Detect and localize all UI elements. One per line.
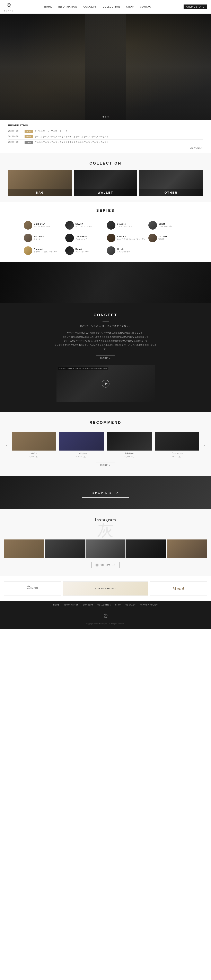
carousel-next[interactable]: › xyxy=(201,441,207,450)
svg-point-6 xyxy=(98,564,98,565)
instagram-item-3[interactable] xyxy=(86,539,125,558)
recommend-more-button[interactable]: MORE > xyxy=(96,462,115,468)
series-item-kunst[interactable]: Kunst チュニックレザー xyxy=(65,245,104,256)
footer-nav-privacy[interactable]: PRIVACY POLICY xyxy=(140,604,158,606)
hero-dot-3[interactable] xyxy=(107,116,109,118)
view-all-link[interactable]: VIEW ALL > xyxy=(8,147,203,149)
claudio-name: Claudio xyxy=(117,223,146,225)
concept-video[interactable]: SONNE 2017AW STARK BUSINESS & CASUAL BAG xyxy=(56,365,155,402)
bag-label: BAG xyxy=(8,189,72,196)
series-item-stark[interactable]: STARK チュニックフィッター xyxy=(65,220,104,231)
collection-wallet[interactable]: WALLET xyxy=(74,170,137,196)
footer-logo-icon xyxy=(102,612,110,620)
hero-dot-2[interactable] xyxy=(105,116,106,118)
svg-marker-3 xyxy=(105,382,108,385)
claudio-desc: エイジンググレイン xyxy=(117,226,146,228)
logo-icon xyxy=(5,2,13,10)
footer-nav: HOME INFORMATION CONCEPT COLLECTION SHOP… xyxy=(0,601,211,609)
collection-title: COLLECTION xyxy=(8,161,203,165)
tatami-name: TATAMI xyxy=(158,235,187,238)
instagram-item-4[interactable] xyxy=(126,539,166,558)
carousel-price-3: ¥12,000（税） xyxy=(107,455,152,458)
instagram-kanji: 灰 xyxy=(4,519,207,541)
recommend-carousel: ‹ 名刺入れ ¥4,000（税） 二つ折り財布 ¥12,000（税） 薄手長財布… xyxy=(4,432,207,458)
instagram-item-5[interactable] xyxy=(167,539,207,558)
svg-marker-1 xyxy=(7,2,10,6)
chip-name: Chip Star xyxy=(34,223,63,225)
series-item-miroir[interactable]: Miroir ステンシルレザー xyxy=(107,245,146,256)
carousel-item-2[interactable]: 二つ折り財布 ¥12,000（税） xyxy=(59,432,104,458)
info-row-1: 2020.04.08 NEWS サイトをリニューアル致しました！ xyxy=(8,129,203,134)
shoplist-button[interactable]: SHOP LIST > xyxy=(82,488,129,498)
nav-shop[interactable]: SHOP xyxy=(126,6,134,8)
info-date-1: 2020.04.08 xyxy=(8,130,22,132)
header: SONNE HOME INFORMATION CONCEPT COLLECTIO… xyxy=(0,0,211,14)
series-item-schaf[interactable]: Schaf ビジネスバッグ等... xyxy=(149,220,187,231)
hero-dot-1[interactable] xyxy=(102,116,104,118)
collection-other[interactable]: OTHER xyxy=(139,170,203,196)
series-item-chip[interactable]: Chip Star チップスターボルネス xyxy=(24,220,63,231)
recommend-section: RECOMMEND ‹ 名刺入れ ¥4,000（税） 二つ折り財布 ¥12,00… xyxy=(0,412,211,476)
partner-sonne[interactable]: SONNE xyxy=(4,581,61,596)
series-item-diamant[interactable]: Diamant ダイヤモント 光沢レッドレザー xyxy=(24,245,63,256)
nav-information[interactable]: INFORMATION xyxy=(58,6,77,8)
follow-button[interactable]: FOLLOW US xyxy=(91,562,120,568)
partner-haori[interactable]: SONNE × HAORI xyxy=(63,581,148,596)
series-item-claudio[interactable]: Claudio エイジンググレイン xyxy=(107,220,146,231)
footer-nav-information[interactable]: INFORMATION xyxy=(64,604,78,606)
info-text-2: テキストテキストテキストテキストテキストテキストテキストテキストテキスト xyxy=(35,135,203,138)
footer-nav-contact[interactable]: CONTACT xyxy=(125,604,136,606)
other-label: OTHER xyxy=(139,189,203,196)
series-item-tcherkess[interactable]: Tcherkess チュニックレザー xyxy=(65,233,104,243)
footer-nav-collection[interactable]: COLLECTION xyxy=(98,604,111,606)
instagram-grid xyxy=(4,539,207,558)
instagram-item-2[interactable] xyxy=(45,539,85,558)
chip-desc: チップスターボルネス xyxy=(34,226,63,228)
site-logo[interactable]: SONNE xyxy=(4,2,13,12)
tcherkess-desc: チュニックレザー xyxy=(75,238,104,240)
concept-more-button[interactable]: MORE > xyxy=(96,355,115,361)
kunst-desc: チュニックレザー xyxy=(75,251,104,253)
sonne-logo: SONNE xyxy=(24,584,41,593)
lifestyle-overlay xyxy=(0,262,211,303)
carousel-item-3[interactable]: 薄手長財布 ¥12,000（税） xyxy=(107,432,152,458)
carousel-name-3: 薄手長財布 xyxy=(107,452,152,455)
video-label: SONNE 2017AW STARK BUSINESS & CASUAL BAG xyxy=(58,367,108,370)
carousel-items: 名刺入れ ¥4,000（税） 二つ折り財布 ¥12,000（税） 薄手長財布 ¥… xyxy=(12,432,200,458)
concept-subtitle: SONNE ーゾンネ― は、ドイツ語で「太陽」。 xyxy=(8,325,203,328)
carousel-prev[interactable]: ‹ xyxy=(4,441,10,450)
nav-concept[interactable]: CONCEPT xyxy=(83,6,96,8)
nav-contact[interactable]: CONTACT xyxy=(140,6,153,8)
instagram-item-1[interactable] xyxy=(4,539,44,558)
carousel-item-4[interactable]: ブリーフケース ¥2,000（税） xyxy=(155,432,199,458)
carousel-price-2: ¥12,000（税） xyxy=(59,455,104,458)
series-grid: Chip Star チップスターボルネス STARK チュニックフィッター Cl… xyxy=(24,220,187,256)
series-item-sibilla[interactable]: SIBILLA ロサからみるシプル ハンドレザー等... xyxy=(107,233,146,243)
tatami-thumb xyxy=(149,234,157,242)
tcherkess-info: Tcherkess チュニックレザー xyxy=(75,235,104,240)
stark-desc: チュニックフィッター xyxy=(75,226,104,228)
collection-bag[interactable]: BAG xyxy=(8,170,72,196)
carousel-price-4: ¥2,000（税） xyxy=(155,455,199,458)
partner-mond[interactable]: Mond xyxy=(150,581,207,596)
play-icon xyxy=(102,380,110,388)
series-divider xyxy=(102,217,109,217)
svg-point-5 xyxy=(96,565,98,566)
concept-text-1: カーレイバの深溝ある人々が愛でるいつの時代も注目を忘れない性質を感じること。 漆… xyxy=(54,331,157,351)
carousel-name-2: 二つ折り財布 xyxy=(59,452,104,455)
svg-rect-4 xyxy=(96,564,98,566)
info-text-1: サイトをリニューアル致しました！ xyxy=(35,130,203,133)
series-item-tatami[interactable]: TATAMI TATAMI xyxy=(149,233,187,243)
nav-collection[interactable]: COLLECTION xyxy=(103,6,120,8)
footer-nav-home[interactable]: HOME xyxy=(53,604,59,606)
scirocco-desc: シロッコ xyxy=(34,238,63,240)
info-badge-3: INFO xyxy=(24,141,33,144)
diamant-desc: ダイヤモント 光沢レッドレザー xyxy=(34,251,63,253)
online-store-button[interactable]: ONLINE STORE xyxy=(184,5,207,9)
nav-home[interactable]: HOME xyxy=(44,6,52,8)
series-item-scirocco[interactable]: Scirocco シロッコ xyxy=(24,233,63,243)
footer-nav-concept[interactable]: CONCEPT xyxy=(83,604,93,606)
carousel-item-1[interactable]: 名刺入れ ¥4,000（税） xyxy=(12,432,56,458)
footer-nav-shop[interactable]: SHOP xyxy=(115,604,121,606)
carousel-img-3 xyxy=(107,432,152,450)
